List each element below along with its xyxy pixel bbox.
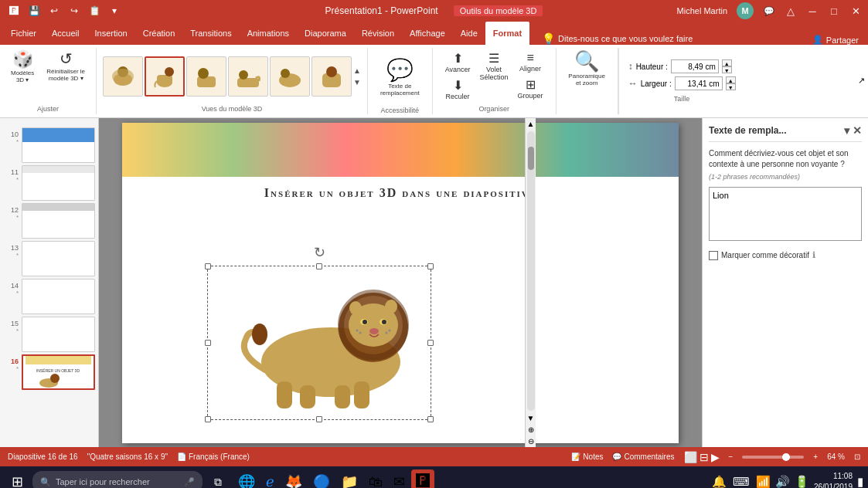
slide-thumb-15[interactable]: 15 * <box>3 317 95 352</box>
side-panel-close[interactable]: ✕ <box>853 124 862 137</box>
tab-creation[interactable]: Création <box>135 22 183 45</box>
handle-mr[interactable] <box>427 340 434 346</box>
handle-bl[interactable] <box>205 416 211 422</box>
decoratif-help-icon[interactable]: ℹ <box>812 250 815 260</box>
taskbar-clock[interactable]: 11:08 26/01/2019 <box>814 471 853 488</box>
slide-img-14[interactable] <box>22 279 95 314</box>
network-icon[interactable]: 📶 <box>754 473 772 488</box>
slide-img-10[interactable] <box>22 127 95 163</box>
decoratif-checkbox[interactable] <box>709 251 718 260</box>
scroll-extra-2[interactable]: ⊖ <box>526 435 536 447</box>
views-scroll-down[interactable]: ▼ <box>353 76 361 88</box>
slide-thumb-12[interactable]: 12 * <box>3 203 95 239</box>
hauteur-down[interactable]: ▼ <box>722 66 732 73</box>
btn-panoramique[interactable]: 🔍 Panoramiqueet zoom <box>563 49 610 88</box>
slide-img-12[interactable] <box>22 203 95 239</box>
user-avatar[interactable]: M <box>737 2 754 19</box>
btn-grouper[interactable]: ⊞ Grouper <box>515 76 546 101</box>
canvas-scrollbar-v[interactable]: ▲ ▼ ⊕ ⊖ <box>525 118 536 447</box>
fit-window[interactable]: ⊡ <box>854 452 860 461</box>
zoom-minus[interactable]: − <box>729 452 734 461</box>
largeur-up[interactable]: ▲ <box>726 76 736 83</box>
lion-container[interactable]: ↻ ✛ <box>207 266 431 420</box>
largeur-down[interactable]: ▼ <box>726 83 736 90</box>
keyboard-icon[interactable]: ⌨ <box>731 473 751 488</box>
ie-app[interactable]: ℯ <box>261 469 279 488</box>
tab-format[interactable]: Format <box>485 22 529 45</box>
slide-img-11[interactable] <box>22 165 95 201</box>
handle-ml[interactable] <box>205 340 211 346</box>
powerpoint-app[interactable]: 🅿 <box>411 469 434 488</box>
start-btn[interactable]: ⊞ <box>3 468 31 488</box>
tab-revision[interactable]: Révision <box>354 22 402 45</box>
btn-texte-remplacement[interactable]: 💬 Texte deremplacement <box>374 48 426 105</box>
show-desktop[interactable]: ▮ <box>856 473 865 488</box>
tab-accueil[interactable]: Accueil <box>44 22 87 45</box>
view-lion-5[interactable] <box>270 56 310 97</box>
scroll-track[interactable] <box>527 131 535 411</box>
scroll-thumb[interactable] <box>528 147 534 170</box>
share-btn[interactable]: 👤Partager <box>806 35 865 45</box>
tab-aide[interactable]: Aide <box>453 22 485 45</box>
hauteur-input[interactable] <box>671 59 719 73</box>
scroll-down-btn[interactable]: ▼ <box>526 412 536 424</box>
view-lion-3[interactable] <box>186 56 226 97</box>
view-lion-6[interactable] <box>311 56 352 97</box>
store-app[interactable]: 🛍 <box>364 469 387 488</box>
slide-thumb-13[interactable]: 13 * <box>3 241 95 276</box>
task-view-btn[interactable]: ⧉ <box>204 468 232 488</box>
qat-undo[interactable]: ↩ <box>46 3 62 19</box>
comments-btn[interactable]: 💬 Commentaires <box>612 452 674 461</box>
volume-icon[interactable]: 🔊 <box>774 473 791 488</box>
maximize-btn[interactable]: □ <box>828 5 840 17</box>
btn-aligner[interactable]: ≡ Aligner <box>515 49 546 74</box>
rotate-handle[interactable]: ↻ <box>314 244 325 261</box>
slide-canvas[interactable]: Insérer un objet 3D dans une diapositive… <box>122 123 679 443</box>
mail-app[interactable]: ✉ <box>389 469 410 488</box>
battery-icon[interactable]: 🔋 <box>793 473 811 488</box>
qat-redo[interactable]: ↪ <box>66 3 82 19</box>
notes-btn[interactable]: 📝 Notes <box>571 452 603 461</box>
scroll-extra-1[interactable]: ⊕ <box>526 424 536 435</box>
slide-thumb-10[interactable]: 10 * <box>3 127 95 163</box>
edge-app[interactable]: 🌐 <box>233 469 260 488</box>
slide-thumb-11[interactable]: 11 * <box>3 165 95 201</box>
taille-expand[interactable]: ↗ <box>858 76 865 86</box>
view-lion-1[interactable] <box>103 56 143 97</box>
slide-img-15[interactable] <box>22 317 95 352</box>
handle-tl[interactable] <box>205 263 211 269</box>
close-btn[interactable]: ✕ <box>849 5 862 17</box>
firefox-app[interactable]: 🦊 <box>281 469 307 488</box>
slide-thumb-14[interactable]: 14 * <box>3 279 95 314</box>
folder-app[interactable]: 📁 <box>336 469 363 488</box>
tab-affichage[interactable]: Affichage <box>402 22 453 45</box>
slide-img-13[interactable] <box>22 241 95 276</box>
handle-br[interactable] <box>427 416 434 422</box>
taskbar-search[interactable]: 🔍 Taper ici pour rechercher 🎤 <box>32 471 203 488</box>
qat-present[interactable]: 📋 <box>87 3 102 19</box>
zoom-slider[interactable] <box>742 456 804 459</box>
handle-tc[interactable] <box>316 263 322 269</box>
largeur-input[interactable] <box>675 76 723 90</box>
notification-icon[interactable]: 🔔 <box>710 473 728 488</box>
minimize-btn[interactable]: ─ <box>806 5 819 17</box>
hauteur-up[interactable]: ▲ <box>722 59 732 66</box>
tab-animations[interactable]: Animations <box>240 22 297 45</box>
powerpoint-logo[interactable]: 🅿 <box>6 3 22 19</box>
handle-tr[interactable] <box>427 263 434 269</box>
tab-fichier[interactable]: Fichier <box>3 22 44 45</box>
btn-avancer[interactable]: ⬆ Avancer <box>442 49 474 75</box>
btn-reinitialiser[interactable]: ↺ Réinitialiser lemodèle 3D ▾ <box>42 49 90 83</box>
tab-diaporama[interactable]: Diaporama <box>297 22 354 45</box>
chrome-app[interactable]: 🔵 <box>308 469 335 488</box>
zoom-plus[interactable]: + <box>813 452 818 461</box>
btn-reculer[interactable]: ⬇ Reculer <box>442 76 474 102</box>
alt-text-input[interactable]: Lion <box>709 187 862 241</box>
slide-img-16[interactable]: INSÉRER UN OBJET 3D <box>22 354 95 390</box>
side-panel-dropdown[interactable]: ▾ <box>844 124 849 137</box>
ribbon-toggle[interactable]: △ <box>785 5 797 17</box>
feedback-btn[interactable]: 💬 <box>763 5 775 17</box>
tab-transitions[interactable]: Transitions <box>182 22 239 45</box>
view-outline[interactable]: ⊟ <box>700 451 709 463</box>
views-scroll-up[interactable]: ▲ <box>353 65 361 76</box>
